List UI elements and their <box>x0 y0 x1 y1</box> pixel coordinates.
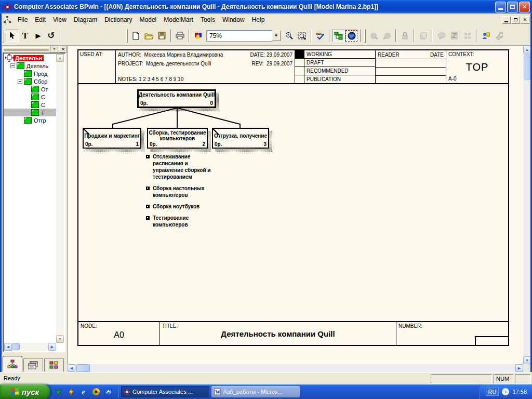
scroll-down-button[interactable]: ▼ <box>56 335 64 343</box>
spell-check-button[interactable]: ABC <box>314 30 327 42</box>
grid-button[interactable] <box>461 30 474 42</box>
menu-dictionary[interactable]: Dictionary <box>101 15 136 25</box>
diagram-horizontal-scrollbar[interactable]: ◀ ▶ <box>68 364 523 372</box>
new-file-button[interactable] <box>129 30 142 42</box>
tree-item-label[interactable]: С <box>39 94 45 100</box>
activity-box-1[interactable]: Продажи и маркетинг 0р. 1 <box>83 128 141 149</box>
green-arrow-icon[interactable] <box>54 388 63 396</box>
scroll-thumb[interactable] <box>524 55 531 79</box>
toolbar-grip[interactable] <box>3 29 4 43</box>
print-button[interactable] <box>174 30 187 42</box>
collapse-expander-icon[interactable] <box>10 63 15 68</box>
tab-activities[interactable] <box>3 356 22 371</box>
modelmart-save-button[interactable] <box>380 30 393 42</box>
tree-item-sborka[interactable]: Сбор <box>4 77 56 85</box>
scroll-up-button[interactable]: ▲ <box>56 54 64 62</box>
scroll-up-button[interactable]: ▲ <box>523 46 531 54</box>
mdi-restore-button[interactable] <box>511 16 520 24</box>
scroll-left-button[interactable]: ◀ <box>68 364 75 372</box>
tab-objects[interactable] <box>44 358 64 371</box>
scroll-right-button[interactable]: ▶ <box>515 364 523 372</box>
zoom-combobox[interactable]: 75% ▼ <box>207 30 281 42</box>
toolbar-grip-3[interactable] <box>364 29 366 43</box>
model-explorer-button[interactable] <box>345 30 358 42</box>
menu-edit[interactable]: Edit <box>31 15 49 25</box>
close-button[interactable]: ✕ <box>519 2 530 12</box>
zoom-value[interactable]: 75% <box>207 31 272 41</box>
tools-options-button[interactable] <box>492 30 505 42</box>
restore-button[interactable] <box>507 2 518 12</box>
tree-item-otslezhivanie[interactable]: От <box>4 85 56 93</box>
tree-item-prodazhi[interactable]: Прод <box>4 70 56 77</box>
scroll-thumb[interactable] <box>76 364 90 372</box>
menu-view[interactable]: View <box>49 15 70 25</box>
tree-horizontal-scrollbar[interactable]: ◀ ▶ <box>4 343 56 351</box>
tab-diagrams[interactable] <box>23 358 43 371</box>
diagram-canvas[interactable]: USED AT: AUTHOR: Мокеева Марина Владимир… <box>68 46 523 364</box>
winamp-icon[interactable] <box>66 388 75 396</box>
taskbar-item-word[interactable]: W Лаб_работы - Micros... <box>211 386 300 397</box>
hide-icons-button[interactable]: ‹ <box>502 388 509 395</box>
user-properties-button[interactable] <box>479 30 492 42</box>
text-tool-button[interactable]: T <box>19 30 32 42</box>
menu-tools[interactable]: Tools <box>197 15 219 25</box>
minimize-button[interactable] <box>495 2 506 12</box>
outlook-express-icon[interactable] <box>104 388 113 396</box>
scroll-down-button[interactable]: ▼ <box>523 356 531 364</box>
tree-item-label[interactable]: Деятельн <box>14 55 44 61</box>
zoom-in-button[interactable] <box>283 30 296 42</box>
tree-item-label[interactable]: Деятель <box>24 63 48 69</box>
rotate-tool-button[interactable]: ↺ <box>45 30 58 42</box>
scroll-left-button[interactable]: ◀ <box>4 343 12 351</box>
collapse-expander-icon[interactable] <box>18 79 22 84</box>
internet-explorer-icon[interactable]: e <box>79 388 88 396</box>
save-button[interactable] <box>155 30 168 42</box>
media-player-icon[interactable] <box>91 388 100 396</box>
tree-item-model-root[interactable]: Деятельн <box>4 54 56 62</box>
taskbar-item-bpwin[interactable]: Computer Associates ... <box>121 386 209 397</box>
scroll-right-button[interactable]: ▶ <box>48 343 56 351</box>
tree-item-sborka-nastolnykh[interactable]: С <box>4 93 56 101</box>
color-palette-button[interactable] <box>192 30 205 42</box>
modelmart-open-button[interactable] <box>367 30 380 42</box>
toolbar-grip-2[interactable] <box>126 29 128 43</box>
panel-dropdown-button[interactable]: ▼ <box>50 46 58 52</box>
menu-window[interactable]: Window <box>219 15 248 25</box>
menu-diagram[interactable]: Diagram <box>70 15 101 25</box>
tree-item-label[interactable]: С <box>39 102 45 108</box>
tree-item-otgruzka[interactable]: Отгр <box>4 116 56 124</box>
panel-close-button[interactable]: ✕ <box>59 46 67 52</box>
comment-button[interactable] <box>435 30 448 42</box>
activity-box-2[interactable]: Сборка, тестирование компьютеров 0р. 2 <box>147 128 208 149</box>
select-tool-button[interactable] <box>6 30 19 42</box>
start-button[interactable]: пуск <box>0 384 50 399</box>
scroll-thumb[interactable] <box>12 343 20 350</box>
tree-item-label[interactable]: Сбор <box>32 78 47 85</box>
node-tree-view-button[interactable] <box>332 30 345 42</box>
menu-file[interactable]: File <box>14 15 31 25</box>
zoom-dropdown-button[interactable]: ▼ <box>272 31 281 41</box>
tree-vertical-scrollbar[interactable]: ▲ ▼ <box>56 54 64 343</box>
zoom-area-button[interactable] <box>296 30 309 42</box>
menu-help[interactable]: Help <box>248 15 269 25</box>
tree-item-label[interactable]: Т <box>39 110 45 116</box>
language-indicator[interactable]: RU <box>486 388 499 396</box>
menu-modelmart[interactable]: ModelMart <box>160 15 197 25</box>
mdi-close-button[interactable]: ✕ <box>521 16 529 24</box>
report-button[interactable] <box>448 30 461 42</box>
tree-item-label[interactable]: От <box>39 86 48 92</box>
tree-item-label[interactable]: Прод <box>32 71 47 77</box>
version-button[interactable] <box>417 30 430 42</box>
arrow-tool-button[interactable]: ▶ <box>32 30 45 42</box>
lock-button[interactable] <box>398 30 411 42</box>
open-file-button[interactable] <box>142 30 155 42</box>
tree-item-testirovanie[interactable]: Т <box>4 109 56 116</box>
panel-gripper[interactable]: ▼ ✕ <box>2 46 68 52</box>
tree-item-label[interactable]: Отгр <box>32 117 46 124</box>
activity-box-3[interactable]: Отгрузка, получение 0р. 3 <box>212 128 269 149</box>
tree-item-activity-root[interactable]: Деятель <box>4 62 56 70</box>
tree-item-sborka-noutbukov[interactable]: С <box>4 101 56 109</box>
menu-model[interactable]: Model <box>136 15 161 25</box>
activity-box-root[interactable]: Деятельность компании Quill 0р. 0 <box>137 89 216 108</box>
mdi-minimize-button[interactable] <box>502 16 511 24</box>
